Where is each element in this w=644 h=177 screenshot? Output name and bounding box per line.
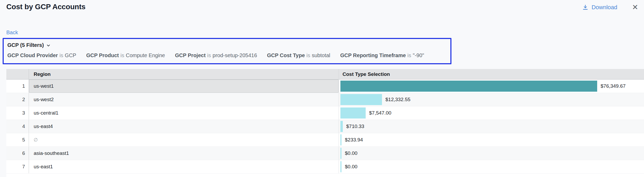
row-number: 2 <box>6 93 29 106</box>
column-header-region[interactable]: Region <box>29 69 339 79</box>
region-cell[interactable]: asia-southeast1 <box>29 147 339 160</box>
download-label: Download <box>592 4 617 11</box>
table-row: 3 us-central1 $7,547.00 <box>6 106 644 120</box>
cost-value-label: $76,349.67 <box>601 83 626 89</box>
filter-summary[interactable]: GCP (5 Filters) <box>6 42 447 48</box>
region-cell[interactable]: ∅ <box>29 133 339 146</box>
filter-name: GCP Reporting Timeframe <box>340 52 406 58</box>
filter-name: GCP Cloud Provider <box>7 52 58 58</box>
region-cell[interactable]: us-east1 <box>29 160 339 173</box>
cost-cell[interactable]: $233.94 <box>339 133 644 146</box>
table-row: 4 us-east4 $710.33 <box>6 120 644 133</box>
filter-value: prod-setup-205416 <box>213 52 257 58</box>
cost-value-label: $7,547.00 <box>369 110 391 116</box>
table-row: 6 asia-southeast1 $0.00 <box>6 147 644 160</box>
table-body: 1 us-west1 $76,349.67 2 us-west2 $12,332… <box>6 80 644 174</box>
filter-item[interactable]: GCP Project is prod-setup-205416 <box>175 52 257 58</box>
filter-value: GCP <box>65 52 76 58</box>
back-link[interactable]: Back <box>6 30 18 36</box>
filter-item[interactable]: GCP Cost Type is subtotal <box>267 52 330 58</box>
filter-item[interactable]: GCP Cloud Provider is GCP <box>7 52 76 58</box>
region-cell[interactable]: us-west1 <box>29 80 339 93</box>
row-number: 1 <box>6 80 29 93</box>
cost-bar[interactable] <box>340 107 366 119</box>
table-row: 2 us-west2 $12,332.55 <box>6 93 644 106</box>
cost-value-label: $0.00 <box>345 150 358 156</box>
download-icon <box>582 4 588 11</box>
filter-operator: is <box>306 52 310 58</box>
cost-cell[interactable]: $0.00 <box>339 147 644 160</box>
filter-operator: is <box>407 52 411 58</box>
download-button[interactable]: Download <box>582 4 617 11</box>
top-controls: Download ✕ <box>582 4 638 11</box>
cost-value-label: $12,332.55 <box>385 97 410 102</box>
row-number: 4 <box>6 120 29 133</box>
filter-item[interactable]: GCP Product is Compute Engine <box>86 52 165 58</box>
cost-value-label: $0.00 <box>345 164 358 170</box>
row-number: 7 <box>6 160 29 173</box>
filter-operator: is <box>59 52 63 58</box>
filter-name: GCP Product <box>86 52 119 58</box>
close-button[interactable]: ✕ <box>632 4 638 11</box>
cost-bar[interactable] <box>340 134 341 145</box>
row-number-header <box>6 69 29 79</box>
page-title: Cost by GCP Accounts <box>6 3 85 11</box>
cost-bar[interactable] <box>340 94 382 105</box>
filter-list: GCP Cloud Provider is GCP GCP Product is… <box>6 52 447 58</box>
row-number: 5 <box>6 133 29 146</box>
region-cell[interactable]: us-central1 <box>29 106 339 120</box>
cost-value-label: $233.94 <box>345 137 363 143</box>
cost-bar[interactable] <box>340 121 343 132</box>
filter-summary-label: GCP (5 Filters) <box>7 42 44 48</box>
column-header-cost-type-selection[interactable]: Cost Type Selection <box>339 69 644 79</box>
cost-cell[interactable]: $0.00 <box>339 160 644 173</box>
filter-value: "-90" <box>413 52 424 58</box>
cost-bar[interactable] <box>340 81 597 92</box>
filter-value: subtotal <box>312 52 330 58</box>
region-cell[interactable]: us-east4 <box>29 120 339 133</box>
cost-cell[interactable]: $12,332.55 <box>339 93 644 106</box>
row-number: 6 <box>6 147 29 160</box>
cost-table: Region Cost Type Selection 1 us-west1 $7… <box>6 69 644 177</box>
table-row: 7 us-east1 $0.00 <box>6 160 644 174</box>
table-row: 1 us-west1 $76,349.67 <box>6 80 644 93</box>
region-cell[interactable]: us-west2 <box>29 93 339 106</box>
filter-panel[interactable]: GCP (5 Filters) GCP Cloud Provider is GC… <box>3 38 451 64</box>
filter-value: Compute Engine <box>126 52 165 58</box>
chevron-down-icon <box>46 43 51 48</box>
table-header-row: Region Cost Type Selection <box>6 69 644 80</box>
table-row: 5 ∅ $233.94 <box>6 133 644 147</box>
cost-bar[interactable] <box>340 148 341 159</box>
cost-cell[interactable]: $76,349.67 <box>339 80 644 93</box>
row-number: 3 <box>6 106 29 120</box>
cost-bar[interactable] <box>340 161 341 172</box>
filter-operator: is <box>207 52 211 58</box>
filter-name: GCP Project <box>175 52 205 58</box>
cost-cell[interactable]: $710.33 <box>339 120 644 133</box>
cost-cell[interactable]: $7,547.00 <box>339 106 644 120</box>
filter-item[interactable]: GCP Reporting Timeframe is "-90" <box>340 52 424 58</box>
cost-value-label: $710.33 <box>346 124 364 129</box>
filter-name: GCP Cost Type <box>267 52 305 58</box>
filter-operator: is <box>120 52 124 58</box>
